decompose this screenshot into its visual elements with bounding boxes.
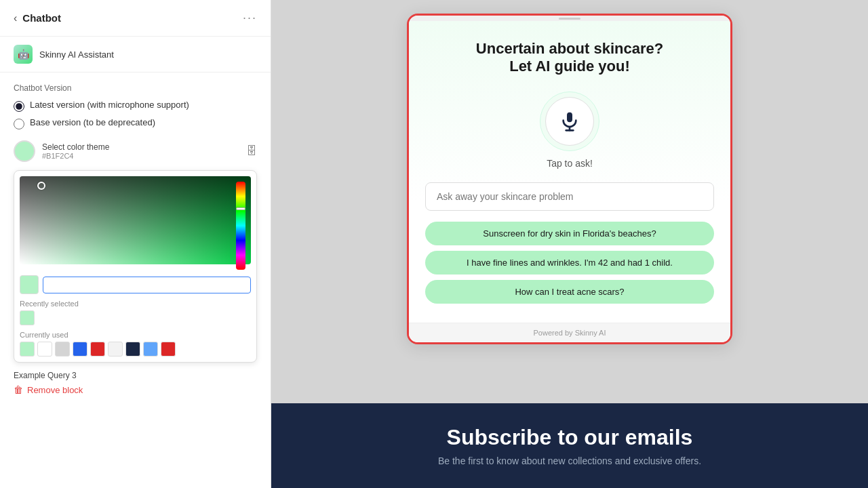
trash-icon: 🗑 <box>14 384 23 395</box>
hue-strip[interactable] <box>236 182 245 270</box>
dots-menu-button[interactable]: ··· <box>243 11 257 25</box>
color-theme-row: Select color theme #B1F2C4 🗄 <box>14 140 257 162</box>
remove-block-button[interactable]: 🗑 Remove block <box>14 384 257 395</box>
radio-group: Latest version (with microphone support)… <box>14 100 257 129</box>
color-theme-label: Select color theme <box>42 142 239 152</box>
hex-input[interactable]: # B1F2C4 <box>43 277 251 293</box>
headline-main: Uncertain about skincare? <box>425 40 714 58</box>
recent-swatch-0[interactable] <box>20 310 35 325</box>
svg-rect-0 <box>567 113 572 123</box>
radio-latest-label: Latest version (with microphone support) <box>30 100 189 110</box>
current-swatch-0[interactable] <box>20 342 35 357</box>
current-swatch-1[interactable] <box>37 342 52 357</box>
assistant-icon: 🤖 <box>14 45 33 64</box>
hue-marker <box>236 207 245 210</box>
assistant-name: Skinny AI Assistant <box>39 49 114 60</box>
radio-item-base[interactable]: Base version (to be deprecated) <box>14 117 257 129</box>
color-gradient[interactable] <box>20 176 251 264</box>
panel-header: ‹ Chatbot ··· <box>0 0 271 37</box>
drag-dots <box>559 18 580 20</box>
remove-block-label: Remove block <box>27 385 83 395</box>
current-swatch-6[interactable] <box>125 342 140 357</box>
current-swatch-3[interactable] <box>73 342 87 357</box>
radio-latest[interactable] <box>14 101 24 112</box>
current-swatch-2[interactable] <box>55 342 70 357</box>
gradient-marker <box>37 182 45 190</box>
hex-preview-swatch <box>20 275 39 294</box>
current-swatch-4[interactable] <box>90 342 105 357</box>
current-swatch-8[interactable] <box>161 342 176 357</box>
preview-area: Uncertain about skincare? Let AI guide y… <box>271 0 868 403</box>
widget-headline: Uncertain about skincare? Let AI guide y… <box>425 40 714 75</box>
left-panel: ‹ Chatbot ··· 🤖 Skinny AI Assistant Chat… <box>0 0 271 488</box>
chip-2[interactable]: How can I treat acne scars? <box>425 280 714 304</box>
database-icon: 🗄 <box>246 145 257 157</box>
back-button[interactable]: ‹ <box>14 12 17 24</box>
current-swatch-7[interactable] <box>143 342 158 357</box>
chatbot-version-label: Chatbot Version <box>14 83 257 93</box>
currently-used-label: Currently used <box>20 331 251 339</box>
example-query-label: Example Query 3 <box>14 371 257 380</box>
mic-button-wrapper: Tap to ask! <box>425 92 714 169</box>
chip-0[interactable]: Sunscreen for dry skin in Florida's beac… <box>425 222 714 245</box>
subscribe-section: Subscribe to our emails Be the first to … <box>271 403 868 488</box>
panel-header-left: ‹ Chatbot <box>14 12 61 24</box>
color-picker[interactable]: # B1F2C4 Recently selected Currently use… <box>14 170 257 363</box>
suggestion-chips: Sunscreen for dry skin in Florida's beac… <box>425 222 714 304</box>
chip-1[interactable]: I have fine lines and wrinkles. I'm 42 a… <box>425 251 714 274</box>
radio-base-label: Base version (to be deprecated) <box>30 117 155 127</box>
widget-drag-handle <box>409 16 730 21</box>
mic-outer-button[interactable] <box>540 92 599 151</box>
chatbot-widget: Uncertain about skincare? Let AI guide y… <box>407 14 732 344</box>
panel-content: Chatbot Version Latest version (with mic… <box>0 73 271 488</box>
recent-swatches <box>20 310 251 325</box>
color-hex-display: #B1F2C4 <box>42 152 239 160</box>
right-panel: Uncertain about skincare? Let AI guide y… <box>271 0 868 488</box>
color-theme-info: Select color theme #B1F2C4 <box>42 142 239 160</box>
tap-label: Tap to ask! <box>547 158 593 169</box>
gradient-wrapper[interactable] <box>20 176 251 270</box>
current-swatch-5[interactable] <box>108 342 123 357</box>
subscribe-title: Subscribe to our emails <box>298 425 841 450</box>
powered-by-label: Powered by Skinny AI <box>533 329 606 337</box>
hex-row: # B1F2C4 <box>20 275 251 294</box>
current-swatches <box>20 342 251 357</box>
headline-sub: Let AI guide you! <box>425 58 714 75</box>
subscribe-subtitle: Be the first to know about new collectio… <box>298 455 841 466</box>
recently-selected-label: Recently selected <box>20 300 251 308</box>
chatbot-search-input[interactable] <box>425 182 714 211</box>
radio-item-latest[interactable]: Latest version (with microphone support) <box>14 100 257 112</box>
microphone-icon <box>559 110 580 132</box>
widget-body: Uncertain about skincare? Let AI guide y… <box>409 21 730 323</box>
assistant-row: 🤖 Skinny AI Assistant <box>0 37 271 73</box>
mic-inner <box>545 97 594 146</box>
panel-title: Chatbot <box>22 12 61 24</box>
widget-footer: Powered by Skinny AI <box>409 323 730 342</box>
color-circle-preview[interactable] <box>14 140 35 162</box>
picker-inner <box>20 176 251 270</box>
radio-base[interactable] <box>14 119 24 129</box>
